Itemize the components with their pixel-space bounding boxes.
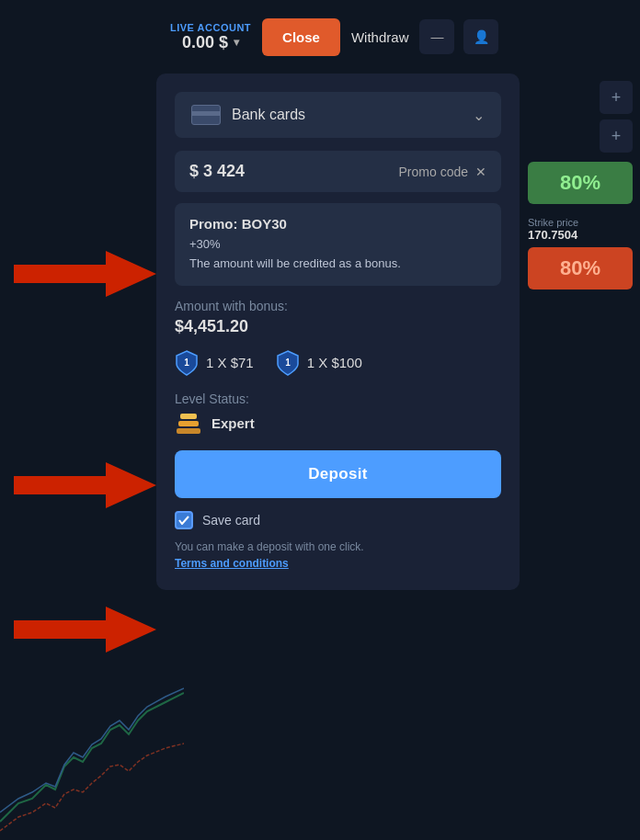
- badge-1-text: 1 X $71: [206, 355, 254, 370]
- terms-note-text: You can make a deposit with one click.: [175, 540, 364, 553]
- header: LIVE ACCOUNT 0.00 $ ▾ Close Withdraw — 👤: [0, 0, 640, 74]
- promo-title: Promo: BOY30: [189, 216, 486, 232]
- withdraw-button[interactable]: Withdraw: [351, 29, 409, 45]
- svg-rect-6: [178, 421, 199, 426]
- badge-2-text: 1 X $100: [307, 355, 362, 370]
- save-card-label: Save card: [202, 513, 260, 528]
- amount-value: $ 3 424: [189, 162, 245, 181]
- deposit-button[interactable]: Deposit: [175, 450, 501, 498]
- promo-percent: +30%: [189, 237, 486, 251]
- level-status-label: Level Status:: [175, 392, 501, 406]
- save-card-row: Save card: [175, 511, 501, 529]
- svg-text:1: 1: [285, 358, 291, 368]
- badge-item-2: 1 1 X $100: [276, 349, 362, 377]
- live-account-block: LIVE ACCOUNT 0.00 $ ▾: [170, 22, 251, 52]
- strike-price-label: Strike price: [528, 217, 633, 228]
- minimize-button[interactable]: —: [419, 19, 454, 54]
- shield-icon-2: 1: [276, 349, 300, 377]
- promo-info-box: Promo: BOY30 +30% The amount will be cre…: [175, 203, 501, 286]
- minus-icon: —: [430, 29, 443, 44]
- live-account-balance: 0.00 $ ▾: [182, 33, 239, 52]
- promo-code-label: Promo code: [399, 165, 468, 179]
- level-name: Expert: [211, 415, 255, 431]
- save-card-checkbox[interactable]: [175, 511, 193, 529]
- orange-percentage-box: 80%: [528, 247, 633, 289]
- chevron-down-icon: ⌄: [473, 107, 485, 124]
- payment-label: Bank cards: [232, 107, 305, 123]
- svg-text:1: 1: [184, 358, 189, 368]
- bonus-amount: $4,451.20: [175, 317, 501, 336]
- user-button[interactable]: 👤: [463, 19, 498, 54]
- expert-level-icon: [175, 412, 202, 436]
- svg-marker-1: [14, 462, 156, 508]
- svg-rect-7: [180, 414, 197, 419]
- close-button[interactable]: Close: [262, 18, 340, 56]
- svg-marker-2: [14, 607, 156, 653]
- deposit-panel: Bank cards ⌄ $ 3 424 Promo code ✕ Promo:…: [156, 74, 520, 590]
- strike-price-value: 170.7504: [528, 228, 633, 242]
- badges-row: 1 1 X $71 1 1 X $100: [175, 349, 501, 377]
- checkbox-check-icon: [178, 516, 189, 525]
- right-panel: + + 80% Strike price 170.7504 80%: [520, 74, 640, 297]
- header-icons: — 👤: [419, 19, 498, 54]
- payment-left: Bank cards: [191, 105, 305, 125]
- add-button-2[interactable]: +: [600, 119, 633, 153]
- level-value: Expert: [175, 412, 501, 436]
- promo-description: The amount will be credited as a bonus.: [189, 255, 486, 273]
- amount-row: $ 3 424 Promo code ✕: [175, 151, 501, 192]
- svg-rect-5: [177, 428, 200, 434]
- bonus-label: Amount with bonus:: [175, 299, 501, 313]
- bonus-section: Amount with bonus: $4,451.20: [175, 299, 501, 336]
- shield-icon-1: 1: [175, 349, 199, 377]
- svg-marker-0: [14, 251, 156, 297]
- promo-section: Promo code ✕: [399, 165, 486, 179]
- balance-value: 0.00 $: [182, 33, 228, 52]
- promo-close-icon[interactable]: ✕: [475, 165, 486, 179]
- user-icon: 👤: [474, 29, 489, 44]
- level-section: Level Status: Expert: [175, 392, 501, 436]
- chart-bg: [0, 656, 184, 840]
- red-arrow-2: [14, 458, 161, 513]
- red-arrow-3: [14, 602, 161, 657]
- add-button-1[interactable]: +: [600, 81, 633, 114]
- terms-note: You can make a deposit with one click. T…: [175, 539, 501, 572]
- balance-chevron[interactable]: ▾: [234, 36, 239, 49]
- live-account-label: LIVE ACCOUNT: [170, 22, 251, 33]
- payment-method-selector[interactable]: Bank cards ⌄: [175, 92, 501, 138]
- badge-item-1: 1 1 X $71: [175, 349, 254, 377]
- terms-link[interactable]: Terms and conditions: [175, 557, 289, 570]
- card-icon: [191, 105, 221, 125]
- green-percentage-box: 80%: [528, 162, 633, 204]
- red-arrow-1: [14, 246, 161, 301]
